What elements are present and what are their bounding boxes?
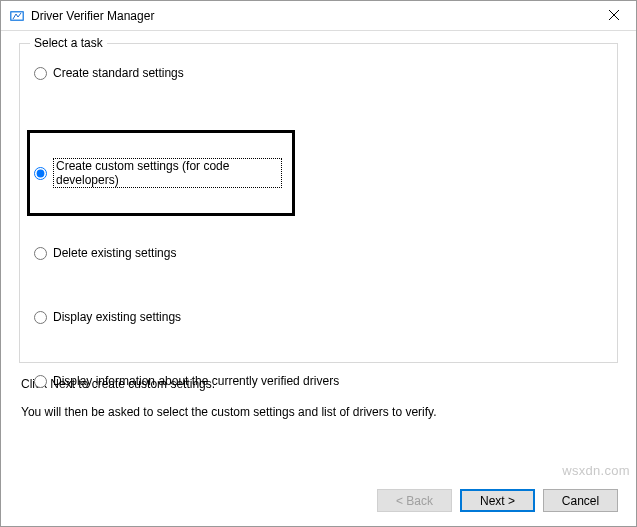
cancel-button[interactable]: Cancel (543, 489, 618, 512)
option-delete[interactable]: Delete existing settings (34, 246, 603, 260)
close-button[interactable] (591, 1, 636, 30)
label-display-info[interactable]: Display information about the currently … (53, 374, 339, 388)
radio-display-info[interactable] (34, 375, 47, 388)
app-icon (9, 8, 25, 24)
label-delete[interactable]: Delete existing settings (53, 246, 176, 260)
cancel-button-label: Cancel (562, 494, 599, 508)
next-button-label: Next > (480, 494, 515, 508)
task-options: Create standard settings Create custom s… (34, 66, 603, 388)
hint-line-2: You will then be asked to select the cus… (21, 405, 616, 419)
content-area: Select a task Create standard settings C… (1, 31, 636, 526)
driver-verifier-window: Driver Verifier Manager Select a task Cr… (0, 0, 637, 527)
button-bar: < Back Next > Cancel (1, 479, 636, 526)
titlebar: Driver Verifier Manager (1, 1, 636, 31)
back-button: < Back (377, 489, 452, 512)
option-custom-wrapper: Create custom settings (for code develop… (34, 130, 603, 216)
option-standard[interactable]: Create standard settings (34, 66, 603, 80)
radio-display-settings[interactable] (34, 311, 47, 324)
option-display-info[interactable]: Display information about the currently … (34, 374, 603, 388)
label-standard[interactable]: Create standard settings (53, 66, 184, 80)
window-title: Driver Verifier Manager (31, 9, 591, 23)
radio-custom[interactable] (34, 167, 47, 180)
back-button-label: < Back (396, 494, 433, 508)
next-button[interactable]: Next > (460, 489, 535, 512)
close-icon (609, 9, 619, 23)
radio-delete[interactable] (34, 247, 47, 260)
option-display-settings[interactable]: Display existing settings (34, 310, 603, 324)
label-custom[interactable]: Create custom settings (for code develop… (53, 158, 282, 188)
label-display-settings[interactable]: Display existing settings (53, 310, 181, 324)
option-custom[interactable]: Create custom settings (for code develop… (27, 130, 295, 216)
task-groupbox: Select a task Create standard settings C… (19, 43, 618, 363)
groupbox-legend: Select a task (30, 36, 107, 50)
radio-standard[interactable] (34, 67, 47, 80)
